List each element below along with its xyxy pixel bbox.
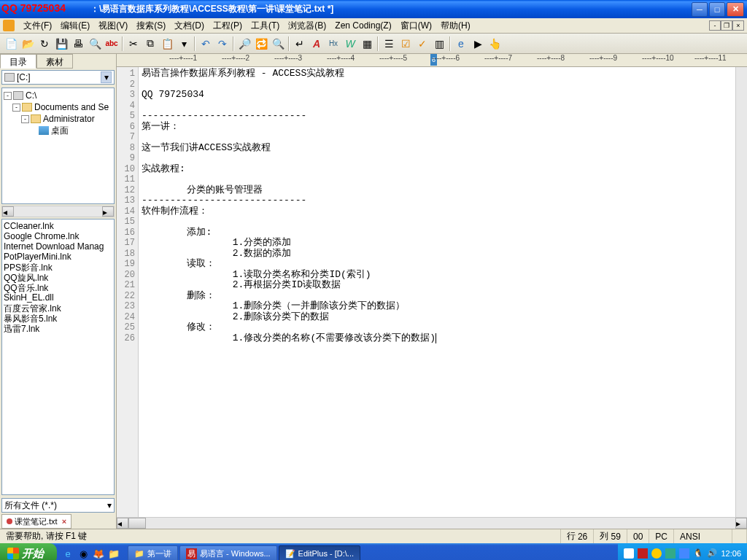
file-item[interactable]: PPS影音.lnk	[4, 262, 112, 272]
code-line[interactable]: 实战教程:	[142, 164, 732, 175]
tray-icon[interactable]: 🐧	[693, 548, 703, 559]
file-item[interactable]: QQ旋风.lnk	[4, 272, 112, 282]
find-icon[interactable]: 🔎	[236, 36, 252, 52]
code-line[interactable]: 2.删除该分类下的数据	[142, 312, 732, 323]
code-line[interactable]: 删除：	[142, 291, 732, 302]
preview-icon[interactable]: 🔍	[87, 36, 103, 52]
code-line[interactable]: 添加:	[142, 228, 732, 238]
code-line[interactable]	[142, 217, 732, 228]
minimize-button[interactable]: ─	[692, 2, 708, 17]
code-line[interactable]	[142, 174, 732, 185]
file-item[interactable]: PotPlayerMini.lnk	[4, 252, 112, 262]
file-item[interactable]: Internet Download Manag	[4, 241, 112, 252]
code-line[interactable]	[142, 79, 732, 90]
menu-search[interactable]: 搜索(S)	[132, 18, 170, 34]
reload-icon[interactable]: ↻	[36, 36, 53, 52]
task-folder[interactable]: 📁第一讲	[128, 545, 178, 560]
folder-tree[interactable]: - C:\ - Documents and Se - Administrator…	[1, 88, 115, 204]
code-line[interactable]: 1.读取分类名称和分类ID(索引)	[142, 270, 732, 281]
tray-icon[interactable]	[665, 548, 676, 559]
document-tab[interactable]: 课堂笔记.txt ×	[1, 514, 71, 529]
code-line[interactable]: 2.数据的添加	[142, 249, 732, 260]
menu-tools[interactable]: 工具(T)	[247, 18, 284, 34]
run-icon[interactable]: ▶	[470, 36, 486, 52]
scroll-right-icon[interactable]: ▸	[735, 518, 747, 529]
new-file-icon[interactable]: 📄	[3, 36, 19, 52]
browser-icon[interactable]: e	[453, 36, 469, 52]
tree-toggle[interactable]: -	[21, 115, 29, 123]
code-line[interactable]: 1.分类的添加	[142, 238, 732, 249]
replace-icon[interactable]: 🔁	[253, 36, 269, 52]
file-item[interactable]: QQ音乐.lnk	[4, 282, 112, 292]
ie-icon[interactable]: e	[61, 547, 74, 560]
tree-node-root[interactable]: C:\	[26, 90, 36, 101]
scroll-thumb[interactable]	[128, 518, 146, 529]
menu-file[interactable]: 文件(F)	[19, 18, 56, 34]
maximize-button[interactable]: □	[709, 2, 725, 17]
spell-icon[interactable]: abc	[104, 36, 120, 52]
tree-node-admin[interactable]: Administrator	[43, 114, 95, 124]
tree-node-desktop[interactable]: 桌面	[51, 125, 69, 137]
tray-icon[interactable]	[638, 548, 648, 559]
scroll-left-icon[interactable]: ◂	[117, 518, 128, 529]
code-line[interactable]: -----------------------------	[142, 111, 732, 122]
print-icon[interactable]: 🖶	[70, 36, 86, 52]
ruler[interactable]: 6 ----+----1----+----2----+----3----+---…	[117, 54, 747, 67]
scroll-right-icon[interactable]: ▸	[102, 206, 114, 217]
tray-icon[interactable]	[651, 548, 662, 559]
code-line[interactable]: 读取：	[142, 259, 732, 270]
paste-icon[interactable]: 📋	[159, 36, 175, 52]
tray-icon[interactable]	[624, 548, 634, 559]
code-line[interactable]: 修改：	[142, 322, 732, 333]
dropdown-icon[interactable]: ▾	[176, 36, 192, 52]
volume-icon[interactable]: 🔊	[707, 548, 717, 559]
undo-icon[interactable]: ↶	[198, 36, 214, 52]
file-item[interactable]: SkinH_EL.dll	[4, 292, 112, 303]
copy-icon[interactable]: ⧉	[142, 36, 158, 52]
file-item[interactable]: CCleaner.lnk	[4, 221, 112, 231]
check-icon[interactable]: ☑	[398, 36, 414, 52]
mark1-icon[interactable]: ✓	[414, 36, 430, 52]
code-line[interactable]: 这一节我们讲ACCESS实战教程	[142, 143, 732, 154]
mdi-restore[interactable]: ❐	[721, 20, 732, 31]
hex-icon[interactable]: Hx	[325, 36, 341, 52]
mdi-close[interactable]: ×	[732, 20, 744, 31]
tree-toggle[interactable]: -	[12, 104, 20, 112]
menu-help[interactable]: 帮助(H)	[436, 18, 475, 34]
firefox-icon[interactable]: 🦊	[92, 547, 105, 560]
redo-icon[interactable]: ↷	[214, 36, 231, 52]
group-icon[interactable]: ▥	[431, 36, 447, 52]
code-line[interactable]: 1.修改分类的名称(不需要修改该分类下的数据)	[142, 333, 732, 344]
file-item[interactable]: 迅雷7.lnk	[4, 323, 112, 333]
chrome-icon[interactable]: ◉	[77, 547, 90, 560]
close-button[interactable]: ✕	[727, 2, 744, 17]
code-line[interactable]: 易语言操作数据库系列教程 - ACCESS实战教程	[142, 69, 732, 79]
horizontal-scrollbar[interactable]: ◂ ▸	[117, 517, 747, 529]
findfiles-icon[interactable]: 🔍	[270, 36, 286, 52]
save-icon[interactable]: 💾	[53, 36, 69, 52]
start-button[interactable]: 开始	[0, 543, 57, 560]
open-icon[interactable]: 📂	[20, 36, 36, 52]
code-line[interactable]: 第一讲：	[142, 122, 732, 133]
file-item[interactable]: 暴风影音5.lnk	[4, 313, 112, 323]
menu-project[interactable]: 工程(P)	[209, 18, 247, 34]
drive-combobox[interactable]: [C:] ▾	[1, 70, 115, 85]
tree-node-docs[interactable]: Documents and Se	[34, 102, 109, 112]
menu-zen[interactable]: Zen Coding(Z)	[330, 19, 395, 32]
cut-icon[interactable]: ✂	[125, 36, 142, 52]
chevron-down-icon[interactable]: ▾	[107, 500, 112, 510]
scroll-left-icon[interactable]: ◂	[2, 206, 14, 217]
code-line[interactable]: 软件制作流程：	[142, 206, 732, 217]
w-icon[interactable]: W	[342, 36, 358, 52]
sidebar-tab-directory[interactable]: 目录	[0, 54, 36, 69]
menu-edit[interactable]: 编辑(E)	[56, 18, 94, 34]
chevron-down-icon[interactable]: ▾	[101, 71, 112, 83]
code-line[interactable]: -----------------------------	[142, 195, 732, 206]
code-line[interactable]	[142, 101, 732, 112]
code-line[interactable]: QQ 79725034	[142, 90, 732, 101]
sidebar-tab-material[interactable]: 素材	[36, 54, 73, 69]
code-line[interactable]: 1.删除分类（一并删除该分类下的数据）	[142, 301, 732, 312]
code-line[interactable]	[142, 153, 732, 164]
tree-hscrollbar[interactable]: ◂ ▸	[1, 206, 115, 217]
file-item[interactable]: Google Chrome.lnk	[4, 231, 112, 241]
